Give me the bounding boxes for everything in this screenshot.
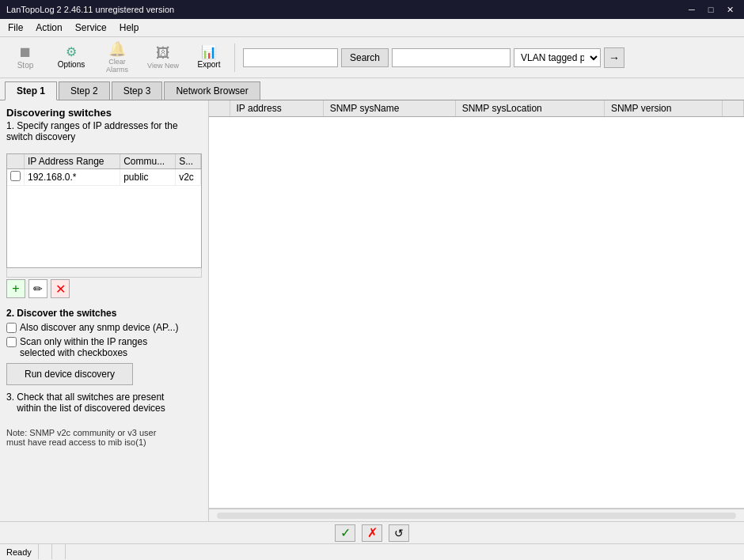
col-check [209,100,230,117]
menu-bar: File Action Service Help [0,19,744,37]
col-community: Commu... [120,154,176,169]
col-snmp-version: SNMP version [604,100,722,117]
status-segment-3 [52,544,66,559]
col-snmp-sysname: SNMP sysName [323,100,455,117]
col-extra [722,100,743,117]
section2-label: 2. Discover the switches [6,308,202,319]
row-snmp: v2c [176,169,201,186]
right-table-container[interactable]: IP address SNMP sysName SNMP sysLocation… [209,100,744,509]
tab-network-browser[interactable]: Network Browser [164,81,260,100]
row-checkbox-cell [7,169,25,186]
window-title: LanTopoLog 2 2.46.11 unregistered versio… [6,5,174,14]
tab-step3[interactable]: Step 3 [112,81,163,100]
status-bar: Ready [0,543,744,559]
ip-table-hscroll [6,268,202,278]
col-snmp-syslocation: SNMP sysLocation [455,100,604,117]
also-discover-checkbox[interactable] [6,323,17,333]
confirm-button[interactable]: ✓ [335,524,355,542]
view-new-button[interactable]: 🖼 View New [142,40,184,75]
run-discovery-button[interactable]: Run device discovery [6,363,133,385]
reset-button[interactable]: ↺ [389,524,409,542]
ip-table-container: IP Address Range Commu... S... 192.168.0… [6,153,202,268]
ip-range-table: IP Address Range Commu... S... 192.168.0… [7,154,201,186]
arrow-button[interactable]: → [604,47,624,68]
tab-step1[interactable]: Step 1 [5,81,57,100]
checkbox1-row: Also discover any snmp device (AP...) [6,322,202,333]
title-bar: LanTopoLog 2 2.46.11 unregistered versio… [0,0,744,19]
window-controls: ─ □ ✕ [684,3,738,16]
export-icon: 📊 [201,46,217,59]
bottom-toolbar: ✓ ✗ ↺ [0,521,744,543]
tab-step2[interactable]: Step 2 [59,81,110,100]
clear-alarms-button[interactable]: 🔔 Clear Alarms [97,40,138,75]
row-ip-range: 192.168.0.* [25,169,120,186]
stop-icon: ⏹ [18,45,32,59]
right-panel: IP address SNMP sysName SNMP sysLocation… [209,100,744,521]
note-text: Note: SNMP v2c community or v3 usermust … [6,428,202,447]
menu-service[interactable]: Service [70,21,112,35]
stop-button[interactable]: ⏹ Stop [5,40,46,75]
edit-ip-range-button[interactable]: ✏ [28,279,47,298]
row-checkbox[interactable] [10,171,21,181]
cancel-button[interactable]: ✗ [362,524,382,542]
main-area: Discovering switches 1. Specify ranges o… [0,100,744,521]
tabs-bar: Step 1 Step 2 Step 3 Network Browser [0,78,744,100]
menu-help[interactable]: Help [115,21,144,35]
status-text: Ready [0,544,39,559]
status-segment-2 [39,544,52,559]
col-snmp: S... [176,154,201,169]
right-hscrollbar [209,509,744,521]
section3-label: 3. Check that all switches are present w… [6,392,202,414]
menu-action[interactable]: Action [31,21,66,35]
options-button[interactable]: ⚙ Options [51,40,92,75]
toolbar: ⏹ Stop ⚙ Options 🔔 Clear Alarms 🖼 View N… [0,37,744,78]
col-ip-range: IP Address Range [25,154,120,169]
col-checkbox [7,154,25,169]
table-toolbar: + ✏ ✕ [6,279,202,298]
filter-input[interactable] [392,48,511,67]
scan-only-label: Scan only within the IP rangesselected w… [20,336,147,358]
export-button[interactable]: 📊 Export [188,40,230,75]
toolbar-separator [234,44,235,72]
table-row: 192.168.0.* public v2c [7,169,201,186]
search-button[interactable]: Search [341,48,389,67]
minimize-button[interactable]: ─ [684,3,700,16]
discovery-results-table: IP address SNMP sysName SNMP sysLocation… [209,100,744,117]
view-new-icon: 🖼 [156,46,170,60]
col-ip-address: IP address [230,100,323,117]
maximize-button[interactable]: □ [703,3,719,16]
search-input[interactable] [243,48,338,67]
step1-subheading: 1. Specify ranges of IP addresses for th… [6,120,202,142]
delete-ip-range-button[interactable]: ✕ [51,279,70,298]
add-ip-range-button[interactable]: + [6,279,25,298]
vlan-dropdown[interactable]: VLAN tagged port [514,48,601,67]
options-icon: ⚙ [66,46,77,59]
clear-alarms-icon: 🔔 [108,42,126,56]
discovering-switches-heading: Discovering switches [6,107,202,119]
scan-only-checkbox[interactable] [6,337,17,347]
row-community: public [120,169,176,186]
hscroll-track[interactable] [217,513,736,519]
left-panel: Discovering switches 1. Specify ranges o… [0,100,209,521]
also-discover-label: Also discover any snmp device (AP...) [20,322,179,333]
checkbox2-row: Scan only within the IP rangesselected w… [6,336,202,358]
search-area: Search VLAN tagged port → [243,47,624,68]
menu-file[interactable]: File [3,21,28,35]
close-button[interactable]: ✕ [722,3,738,16]
